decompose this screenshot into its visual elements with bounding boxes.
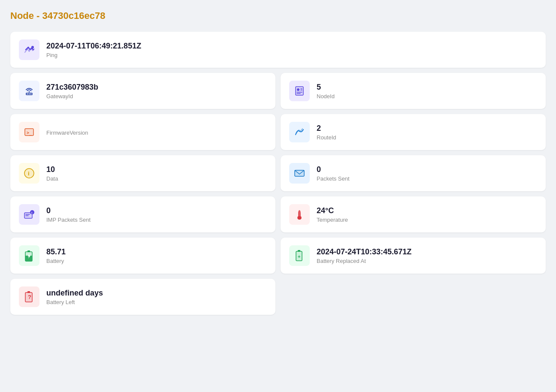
battery-icon — [19, 245, 39, 266]
svg-rect-5 — [30, 93, 31, 94]
svg-rect-39 — [27, 291, 30, 293]
imp-packets-label: IMP Packets Sent — [46, 217, 91, 223]
cards-grid: 2024-07-11T06:49:21.851Z Ping 271c360798… — [10, 32, 546, 315]
temperature-content: 24°C Temperature — [317, 206, 348, 223]
packets-icon — [289, 163, 310, 184]
battery-replaced-card: + 2024-07-24T10:33:45.671Z Battery Repla… — [281, 238, 546, 274]
svg-text:!: ! — [31, 211, 32, 214]
battery-replaced-icon: + — [289, 245, 310, 266]
battery-value: 85.71 — [46, 247, 66, 257]
routeid-icon — [289, 122, 310, 142]
svg-rect-3 — [27, 93, 28, 94]
ping-value: 2024-07-11T06:49:21.851Z — [46, 41, 141, 51]
temperature-label: Temperature — [317, 217, 348, 223]
battery-left-content: undefined days Battery Left — [46, 288, 103, 305]
ping-icon — [19, 39, 39, 60]
ping-content: 2024-07-11T06:49:21.851Z Ping — [46, 41, 141, 58]
routeid-label: RouteId — [317, 134, 336, 141]
ping-card: 2024-07-11T06:49:21.851Z Ping — [10, 32, 546, 68]
battery-card: 85.71 Battery — [10, 238, 275, 274]
svg-text:i: i — [28, 170, 30, 177]
battery-replaced-value: 2024-07-24T10:33:45.671Z — [317, 247, 411, 257]
nodeid-card: 5 NodeId — [281, 73, 546, 109]
svg-point-1 — [29, 91, 30, 93]
data-icon: i — [19, 163, 39, 184]
packets-content: 0 Packets Sent — [317, 165, 350, 182]
routeid-content: 2 RouteId — [317, 124, 336, 141]
data-card: i 10 Data — [10, 155, 275, 191]
battery-left-label: Battery Left — [46, 299, 103, 305]
svg-point-0 — [31, 46, 34, 48]
packets-value: 0 — [317, 165, 350, 175]
svg-rect-4 — [29, 93, 30, 94]
battery-content: 85.71 Battery — [46, 247, 66, 264]
firmware-content: FirmwareVersion — [46, 129, 88, 136]
battery-replaced-label: Battery Replaced At — [317, 258, 411, 264]
routeid-value: 2 — [317, 124, 336, 133]
battery-left-value: undefined days — [46, 288, 103, 298]
gateway-card: 271c3607983b GatewayId — [10, 73, 275, 109]
nodeid-content: 5 NodeId — [317, 82, 335, 100]
packets-sent-card: 0 Packets Sent — [281, 155, 546, 191]
temperature-card: 24°C Temperature — [281, 196, 546, 232]
svg-point-8 — [297, 88, 299, 91]
svg-rect-31 — [27, 250, 30, 252]
imp-packets-content: 0 IMP Packets Sent — [46, 206, 91, 223]
svg-rect-35 — [298, 250, 300, 252]
ping-label: Ping — [46, 52, 141, 58]
battery-label: Battery — [46, 258, 66, 264]
ping-svg — [23, 44, 35, 56]
nodeid-label: NodeId — [317, 93, 335, 100]
temperature-value: 24°C — [317, 206, 348, 216]
battery-replaced-content: 2024-07-24T10:33:45.671Z Battery Replace… — [317, 247, 411, 264]
svg-rect-6 — [296, 87, 303, 95]
firmware-icon: >_ — [19, 122, 39, 142]
page-title: Node - 34730c16ec78 — [10, 10, 546, 21]
gateway-value: 271c3607983b — [46, 82, 98, 92]
gateway-icon — [19, 81, 39, 101]
battery-left-icon: ? — [19, 286, 39, 307]
nodeid-icon — [289, 81, 310, 101]
title-prefix: Node - — [10, 10, 42, 21]
firmware-label: FirmwareVersion — [46, 130, 88, 136]
temperature-icon — [289, 204, 310, 225]
imp-packets-card: ! 0 IMP Packets Sent — [10, 196, 275, 232]
nodeid-value: 5 — [317, 82, 335, 92]
node-id-title: 34730c16ec78 — [42, 10, 106, 21]
data-content: 10 Data — [46, 165, 58, 182]
gateway-label: GatewayId — [46, 93, 98, 100]
data-label: Data — [46, 175, 58, 182]
battery-left-card: ? undefined days Battery Left — [10, 279, 275, 315]
data-value: 10 — [46, 165, 58, 175]
routeid-card: 2 RouteId — [281, 114, 546, 150]
imp-packets-icon: ! — [19, 204, 39, 225]
svg-text:+: + — [298, 254, 300, 259]
gateway-content: 271c3607983b GatewayId — [46, 82, 98, 100]
svg-text:>_: >_ — [27, 130, 32, 136]
firmware-card: >_ FirmwareVersion — [10, 114, 275, 150]
imp-packets-value: 0 — [46, 206, 91, 216]
packets-label: Packets Sent — [317, 175, 350, 182]
svg-point-27 — [298, 216, 301, 220]
svg-text:?: ? — [28, 294, 31, 300]
